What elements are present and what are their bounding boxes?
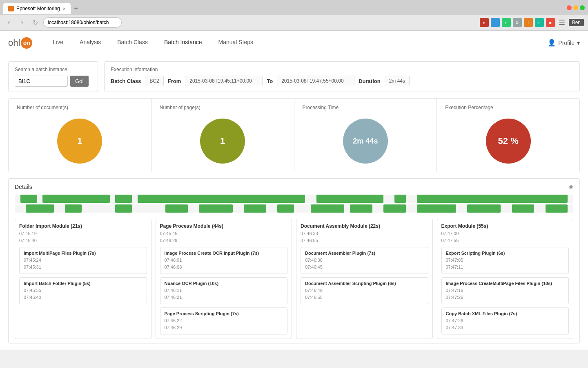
go-button[interactable]: Go! — [70, 76, 89, 87]
details-section: Details ◈ — [8, 178, 580, 343]
module-page-process-start: 07:45:45 — [160, 230, 288, 237]
plugin-import-batch-folder: Import Batch Folder Plugin (5s) 07:45:35… — [19, 277, 147, 304]
nav-manual-steps[interactable]: Manual Steps — [210, 31, 262, 55]
logo: ohl on — [8, 37, 32, 49]
plugin-import-batch-folder-title: Import Batch Folder Plugin (5s) — [24, 281, 143, 286]
module-export-end: 07:47:55 — [441, 237, 569, 244]
extension-btn-4[interactable]: ⚙ — [513, 18, 522, 27]
exec-fields: Batch Class BC2 From 2015-03-08T19:45:11… — [111, 76, 573, 86]
stat-documents-circle-container: 1 — [17, 117, 143, 166]
window-close-btn[interactable] — [567, 5, 572, 10]
plugin-export-scripting-title: Export Scripting Plugin (6s) — [446, 251, 565, 256]
details-icon[interactable]: ◈ — [568, 183, 573, 191]
tbar-2-5 — [199, 204, 232, 213]
nav-analysis[interactable]: Analysis — [71, 31, 109, 55]
plugin-import-multipage-end: 07:45:31 — [24, 264, 143, 271]
back-btn[interactable]: ‹ — [4, 18, 14, 27]
plugin-ocr-input-end: 07:46:08 — [165, 264, 283, 271]
tab-favicon — [8, 6, 14, 11]
extension-btn-5[interactable]: f — [524, 18, 533, 27]
refresh-btn[interactable]: ↻ — [30, 18, 40, 27]
tbar-2-8 — [311, 204, 344, 213]
plugin-create-multipage-title: Image Process CreateMultiPage Files Plug… — [446, 281, 565, 286]
profile-btn[interactable]: 👤 Profile ▾ — [548, 39, 580, 47]
plugin-doc-assembler-scripting-title: Document Assembler Scripting Plugin (6s) — [305, 281, 424, 286]
tbar-2-1 — [26, 204, 53, 213]
search-input[interactable] — [15, 76, 68, 87]
tbar-1-1 — [20, 195, 37, 203]
timeline-row-1 — [15, 195, 573, 203]
plugin-doc-assembler-title: Document Assembler Plugin (7s) — [305, 251, 424, 256]
module-doc-assembly-end: 07:46:55 — [301, 237, 428, 244]
plugin-import-multipage-title: Import MultiPage Files Plugin (7s) — [24, 251, 143, 256]
tab-close-btn[interactable]: ✕ — [62, 7, 66, 11]
extension-btn-6[interactable]: s — [535, 18, 544, 27]
stat-processing-time-circle: 2m 44s — [343, 119, 388, 164]
module-page-process: Page Process Module (44s) 07:45:45 07:46… — [156, 219, 292, 339]
plugin-create-multipage: Image Process CreateMultiPage Files Plug… — [441, 277, 569, 304]
stat-pages-circle: 1 — [200, 119, 245, 164]
plugin-copy-xml-start: 07:47:26 — [446, 317, 565, 324]
extension-btn-2[interactable]: i — [491, 18, 500, 27]
plugin-copy-xml-title: Copy Batch XML Files Plugin (7s) — [446, 311, 565, 316]
module-page-process-end: 07:46:29 — [160, 237, 288, 244]
plugin-nuance-ocr-start: 07:46:11 — [165, 287, 283, 294]
forward-btn[interactable]: › — [17, 18, 27, 27]
tbar-2-13 — [512, 204, 535, 213]
details-header: Details ◈ — [15, 183, 573, 191]
plugin-doc-assembler: Document Assembler Plugin (7s) 07:46:38 … — [301, 247, 428, 274]
from-label: From — [168, 78, 181, 84]
nav-links: Live Analysis Batch Class Batch Instance… — [45, 31, 548, 55]
window-minimize-btn[interactable] — [573, 5, 578, 10]
plugin-ocr-input-start: 07:46:01 — [165, 257, 283, 264]
logo-text: ohl — [8, 38, 20, 48]
plugin-create-multipage-end: 07:47:26 — [446, 294, 565, 301]
module-page-process-title: Page Process Module (44s) — [160, 223, 288, 229]
browser-tab[interactable]: Ephesoft Monitoring ✕ — [3, 3, 71, 14]
navbar: ohl on Live Analysis Batch Class Batch I… — [0, 31, 588, 55]
module-doc-assembly: Document Assembly Module (22s) 07:46:33 … — [296, 219, 433, 339]
top-row: Search a batch instance Go! Execution in… — [8, 61, 580, 92]
plugin-doc-assembler-scripting: Document Assembler Scripting Plugin (6s)… — [301, 277, 428, 304]
search-input-row: Go! — [15, 76, 91, 87]
tbar-1-7 — [417, 195, 568, 203]
stat-documents-title: Number of document(s) — [17, 105, 68, 110]
module-export: Export Module (55s) 07:47:00 07:47:55 Ex… — [437, 219, 574, 339]
nav-live[interactable]: Live — [45, 31, 71, 55]
plugin-page-scripting: Page Process Scripting Plugin (7s) 07:46… — [160, 307, 288, 334]
plugin-doc-assembler-scripting-start: 07:46:49 — [305, 287, 424, 294]
window-maximize-btn[interactable] — [580, 5, 585, 10]
profile-label: Profile — [558, 40, 575, 46]
module-folder-import-title: Folder Import Module (21s) — [19, 223, 147, 229]
nav-batch-class[interactable]: Batch Class — [109, 31, 156, 55]
nav-batch-instance[interactable]: Batch Instance — [156, 31, 210, 55]
plugin-import-batch-folder-start: 07:45:35 — [24, 287, 143, 294]
timeline-row-2 — [15, 204, 573, 213]
to-label: To — [267, 78, 273, 84]
details-title: Details — [15, 184, 32, 190]
stat-execution-pct-circle: 52 % — [486, 119, 531, 164]
browser-menu-btn[interactable]: ☰ — [557, 18, 567, 27]
tbar-1-4 — [138, 195, 305, 203]
stat-execution-pct-title: Execution Percentage — [445, 105, 493, 110]
plugin-create-multipage-start: 07:47:16 — [446, 287, 565, 294]
browser-toolbar: ‹ › ↻ e i s ⚙ f s ■ ☰ Ben — [0, 15, 588, 30]
exec-label: Execution information — [111, 67, 573, 72]
extension-btn-7[interactable]: ■ — [546, 18, 555, 27]
address-bar[interactable] — [43, 17, 122, 28]
stat-execution-pct-circle-container: 52 % — [445, 117, 571, 166]
new-tab-btn[interactable]: + — [74, 4, 78, 13]
extension-btn-3[interactable]: s — [502, 18, 511, 27]
browser-chrome: Ephesoft Monitoring ✕ + ‹ › ↻ e i s ⚙ f … — [0, 0, 588, 31]
extension-btn-1[interactable]: e — [480, 18, 489, 27]
stats-row: Number of document(s) 1 Number of page(s… — [8, 98, 580, 172]
plugin-page-scripting-end: 07:46:29 — [165, 324, 283, 331]
plugin-nuance-ocr-end: 07:46:21 — [165, 294, 283, 301]
duration-label: Duration — [359, 78, 380, 84]
batch-class-value: BC2 — [145, 76, 163, 86]
module-folder-import: Folder Import Module (21s) 07:45:19 07:4… — [15, 219, 151, 339]
plugin-import-batch-folder-end: 07:45:40 — [24, 294, 143, 301]
tbar-2-4 — [165, 204, 188, 213]
stat-documents: Number of document(s) 1 — [9, 99, 151, 172]
to-value: 2015-03-08T19:47:55+00:00 — [277, 76, 354, 86]
